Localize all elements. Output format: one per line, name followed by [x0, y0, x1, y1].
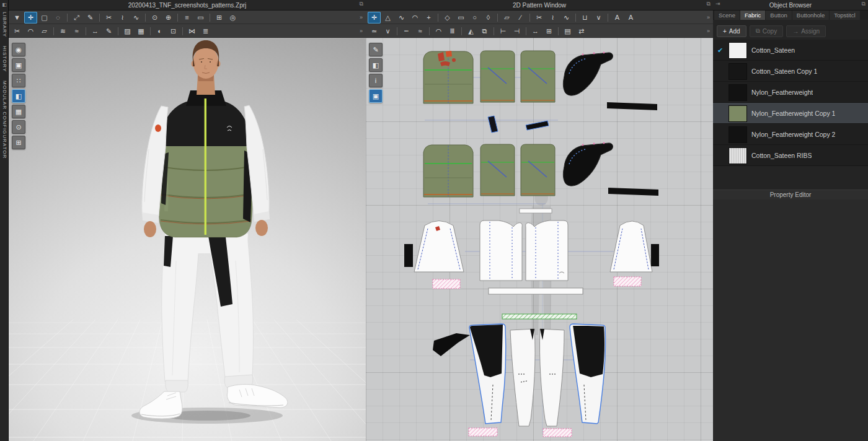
internal-line-icon[interactable]: ∕: [514, 12, 527, 24]
flatten-icon[interactable]: ▱: [38, 25, 51, 37]
fabric-swatch[interactable]: [728, 147, 747, 164]
hem-band-pattern[interactable]: [489, 288, 583, 294]
toolbar-overflow-icon[interactable]: »: [358, 28, 364, 34]
titlebar-object-browser[interactable]: ⇥ Object Browser ⧉: [713, 0, 868, 11]
edit-curvature-icon[interactable]: ∿: [395, 12, 408, 24]
Nylon_Featherweight Copy 1[interactable]: ✔ Nylon_Featherweight Copy 1: [713, 103, 868, 124]
fabric-strain-icon[interactable]: ▨: [121, 25, 134, 37]
transform-pattern-icon[interactable]: ✛: [368, 12, 381, 24]
print-layout-icon[interactable]: ▤: [561, 25, 574, 37]
copy-fabric-button[interactable]: ⧉Copy: [750, 25, 784, 37]
topstitch-icon[interactable]: ┉: [400, 25, 413, 37]
internal-polygon-icon[interactable]: ▱: [500, 12, 513, 24]
shirring-icon[interactable]: ≈: [414, 25, 427, 37]
dock-tab-modular-configurator[interactable]: MODULAR CONFIGURATOR: [2, 81, 7, 159]
Cotton_Sateen Copy 1[interactable]: ✔ Cotton_Sateen Copy 1: [713, 61, 868, 82]
toolbar-overflow-icon[interactable]: »: [706, 28, 711, 34]
dock-tab-history[interactable]: HISTORY: [2, 46, 7, 72]
select-move-tool-icon[interactable]: ✛: [24, 12, 37, 24]
steam-brush-icon[interactable]: ≋: [56, 25, 69, 37]
grid-snap-icon[interactable]: ⋈: [185, 25, 198, 37]
Cotton_Sateen[interactable]: ✔ Cotton_Sateen: [713, 40, 868, 61]
maximize-icon[interactable]: ⧉: [707, 1, 711, 7]
waistband-pattern[interactable]: [502, 314, 577, 319]
fabric-swatch[interactable]: [728, 42, 747, 59]
text-tool-icon[interactable]: A: [611, 12, 624, 24]
pattern-board[interactable]: ✎◧i▣: [366, 38, 713, 441]
puffer-vest[interactable]: [158, 90, 253, 237]
grid-settings-icon[interactable]: ⊞: [542, 25, 556, 37]
tab-topstitch[interactable]: Topstitcl: [830, 11, 859, 20]
annotation-text-icon[interactable]: A: [624, 12, 637, 24]
clone-pattern-icon[interactable]: ⧉: [478, 25, 491, 37]
show-sewing-icon[interactable]: ≃: [368, 25, 381, 37]
add-fabric-button[interactable]: +Add: [717, 25, 746, 37]
sleeve-pattern-right[interactable]: [610, 221, 652, 272]
dock-arrow-icon[interactable]: ⇥: [715, 1, 720, 7]
small-trim-piece[interactable]: [488, 116, 498, 133]
tab-buttonhole[interactable]: Buttonhole: [792, 11, 829, 20]
layer-icon[interactable]: ≣: [199, 25, 212, 37]
show-notches-icon[interactable]: ∨: [381, 25, 394, 37]
snapshot-icon[interactable]: ⊡: [167, 25, 180, 37]
fabric-swatch[interactable]: [728, 84, 747, 101]
free-sewing-icon[interactable]: ∿: [130, 12, 143, 24]
edit-texture-icon[interactable]: ✎: [369, 43, 383, 56]
fold-arrangement-icon[interactable]: ◠: [24, 25, 37, 37]
tack-tool-icon[interactable]: ⊕: [162, 12, 175, 24]
ankle-cuff-pattern[interactable]: [543, 429, 572, 437]
maximize-icon[interactable]: ⧉: [360, 1, 363, 7]
simulate-icon[interactable]: ▼: [11, 12, 24, 24]
measure-tape-icon[interactable]: ↔: [89, 25, 102, 37]
scissors-icon[interactable]: ✂: [11, 25, 24, 37]
avatar-head[interactable]: [192, 40, 221, 95]
pleats-icon[interactable]: Ⅲ: [446, 25, 459, 37]
seam-allowance-icon[interactable]: ⊔: [578, 12, 591, 24]
Nylon_Featherweight[interactable]: ✔ Nylon_Featherweight: [713, 82, 868, 103]
circle-tool-icon[interactable]: ○: [468, 12, 481, 24]
collar-pattern[interactable]: [563, 52, 613, 96]
measure-2d-icon[interactable]: ↔: [529, 25, 542, 37]
align-tools-icon[interactable]: ⊢: [497, 25, 510, 37]
edit-curve-point-icon[interactable]: ◠: [409, 12, 422, 24]
pants-patterns[interactable]: [433, 314, 606, 437]
maximize-icon[interactable]: ⧉: [862, 1, 866, 7]
pattern-2d-canvas[interactable]: [366, 38, 713, 441]
mesh-view-icon[interactable]: ▦: [12, 105, 25, 118]
polygon-tool-icon[interactable]: ◇: [441, 12, 454, 24]
arrangement-points-icon[interactable]: ≡: [180, 12, 193, 24]
viewport-3d[interactable]: ◉▣∷◧▦⊙⊞: [9, 38, 366, 441]
avatar-3d-canvas[interactable]: [9, 38, 366, 441]
titlebar-2d[interactable]: 2D Pattern Window ⧉: [366, 0, 713, 11]
textured-surface-icon[interactable]: ◧: [12, 89, 25, 103]
wind-icon[interactable]: ≈: [70, 25, 83, 37]
assign-fabric-button[interactable]: →Assign: [786, 25, 826, 37]
titlebar-3d[interactable]: 20200413_TNF_screenshots_patterns.Zprj ⧉: [9, 0, 366, 11]
camera-view-icon[interactable]: ◎: [226, 12, 239, 24]
segment-sewing-2d-icon[interactable]: ≀: [546, 12, 559, 24]
edit-sewing-2d-icon[interactable]: ✂: [533, 12, 546, 24]
notch-tool-icon[interactable]: ∨: [592, 12, 605, 24]
distribute-icon[interactable]: ⊣: [510, 25, 523, 37]
bodice-pattern-left[interactable]: [480, 220, 522, 281]
zoom-fit-icon[interactable]: ⊞: [213, 12, 226, 24]
dxf-export-icon[interactable]: ⇄: [575, 25, 588, 37]
pant-leg-pattern-3[interactable]: [539, 329, 564, 426]
avatar[interactable]: [131, 40, 288, 424]
tab-button[interactable]: Button: [766, 11, 791, 20]
fit-map-icon[interactable]: ▦: [135, 25, 148, 37]
ankle-cuff-pattern[interactable]: [469, 428, 497, 436]
pattern-info-icon[interactable]: i: [369, 74, 383, 87]
trace-tool-icon[interactable]: ◭: [464, 25, 477, 37]
fabric-swatch[interactable]: [728, 126, 747, 143]
add-point-icon[interactable]: +: [422, 12, 435, 24]
fabric-swatch[interactable]: [728, 63, 747, 80]
tab-fabric[interactable]: Fabric: [740, 11, 765, 20]
transform-gizmo-icon[interactable]: ⤢: [70, 12, 83, 24]
toolbar-overflow-icon[interactable]: »: [706, 14, 711, 20]
edit-sewing-icon[interactable]: ✂: [102, 12, 115, 24]
avatar-tape-icon[interactable]: ▭: [194, 12, 207, 24]
show-pins-icon[interactable]: ⊙: [12, 120, 25, 134]
edit-pattern-icon[interactable]: △: [381, 12, 394, 24]
yoke-piece-pattern[interactable]: [433, 333, 470, 356]
